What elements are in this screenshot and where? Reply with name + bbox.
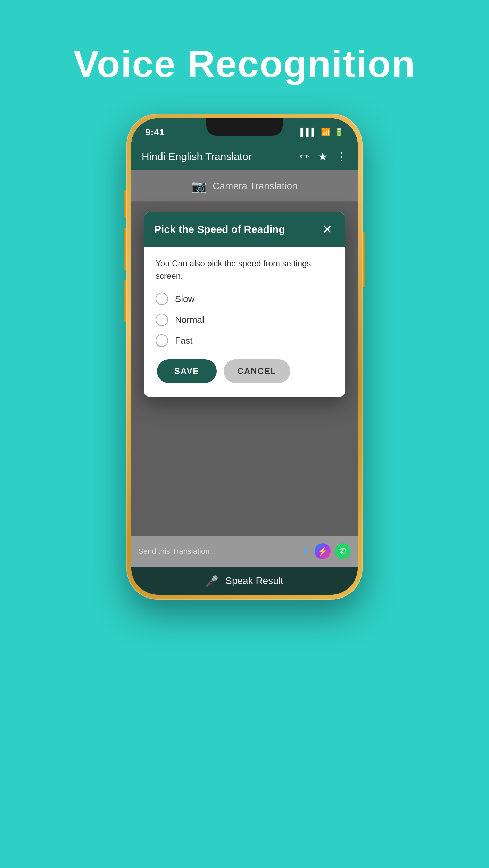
edit-icon[interactable]: ✏ [300,150,309,163]
phone-side-btn-power [363,232,365,287]
cancel-button[interactable]: CANCEL [224,359,290,383]
send-icons: ✈ ⚡ ✆ [300,543,351,559]
telegram-icon[interactable]: ✈ [300,544,310,559]
phone-side-btn-mute [124,190,126,218]
phone-screen: 9:41 ▌▌▌ 📶 🔋 Hindi English Translator ✏ … [131,118,358,595]
speed-dialog: Pick the Speed of Reading ✕ You Can also… [144,212,345,397]
mic-icon: 🎤 [206,575,218,587]
status-time: 9:41 [145,127,165,138]
whatsapp-symbol: ✆ [339,546,346,556]
dialog-overlay: Pick the Speed of Reading ✕ You Can also… [131,202,358,536]
radio-item-fast[interactable]: Fast [156,334,333,347]
camera-label: Camera Translation [213,181,297,192]
more-icon[interactable]: ⋮ [336,150,347,163]
phone-frame: 9:41 ▌▌▌ 📶 🔋 Hindi English Translator ✏ … [126,114,363,600]
signal-icon: ▌▌▌ [300,128,317,137]
speed-radio-group: Slow Normal Fast [156,293,333,347]
messenger-symbol: ⚡ [317,546,328,556]
app-bar: Hindi English Translator ✏ ★ ⋮ [131,143,358,170]
radio-circle-fast [156,334,168,347]
radio-item-slow[interactable]: Slow [156,293,333,305]
phone-notch [206,118,283,136]
page-title: Voice Recognition [73,42,415,86]
radio-circle-normal [156,314,168,326]
radio-label-fast: Fast [175,335,193,346]
dialog-header: Pick the Speed of Reading ✕ [144,212,345,247]
status-icons: ▌▌▌ 📶 🔋 [300,128,344,137]
dialog-description: You Can also pick the speed from setting… [156,257,333,282]
camera-icon: 📷 [191,179,207,193]
main-area: Pick the Speed of Reading ✕ You Can also… [131,202,358,536]
dialog-buttons: SAVE CANCEL [156,359,333,386]
camera-bar: 📷 Camera Translation [131,170,358,202]
phone-side-btn-vol-down [124,280,126,322]
save-button[interactable]: SAVE [157,359,217,383]
star-icon[interactable]: ★ [318,150,328,163]
whatsapp-icon[interactable]: ✆ [335,543,351,559]
translation-bar: Send this Translation : ✈ ⚡ ✆ [131,536,358,567]
app-bar-icons: ✏ ★ ⋮ [300,150,347,163]
app-bar-title: Hindi English Translator [142,151,293,162]
battery-icon: 🔋 [334,128,344,137]
speak-bar[interactable]: 🎤 Speak Result [131,567,358,595]
radio-label-normal: Normal [175,315,204,325]
translation-text: Send this Translation : [138,547,295,556]
radio-item-normal[interactable]: Normal [156,314,333,326]
radio-circle-slow [156,293,168,305]
screen-content: 📷 Camera Translation ⧉ 🔊 ✏ ⊗ Pick the Sp… [131,170,358,595]
wifi-icon: 📶 [321,128,330,137]
dialog-close-button[interactable]: ✕ [320,222,335,237]
dialog-title: Pick the Speed of Reading [154,224,285,235]
dialog-body: You Can also pick the speed from setting… [144,247,345,397]
speak-label: Speak Result [225,575,283,586]
radio-label-slow: Slow [175,294,194,304]
bottom-area: Send this Translation : ✈ ⚡ ✆ 🎤 Speak [131,536,358,595]
messenger-icon[interactable]: ⚡ [315,543,331,559]
phone-side-btn-vol-up [124,228,126,270]
